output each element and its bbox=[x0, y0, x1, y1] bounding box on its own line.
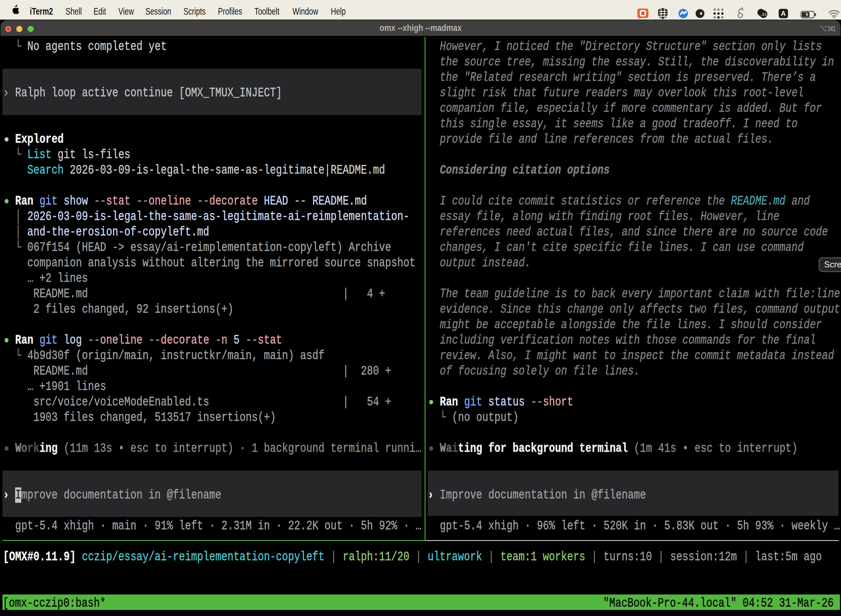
svg-text:..61: ..61 bbox=[760, 12, 767, 16]
svg-text:A: A bbox=[781, 10, 785, 17]
